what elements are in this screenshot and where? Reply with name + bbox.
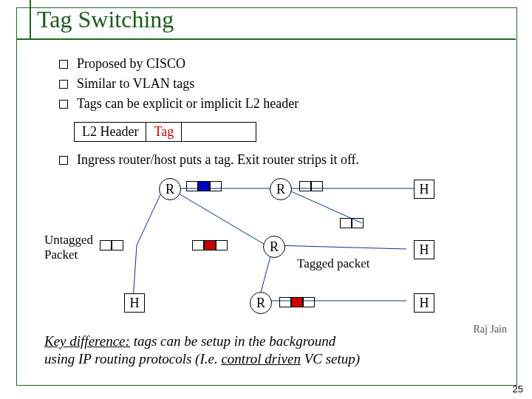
host-node: H: [414, 293, 434, 313]
l2-tag-cell: Tag: [146, 122, 182, 142]
network-diagram: Untagged Packet R R H R H Tagged packet …: [44, 175, 488, 323]
tagged-packet-icon: [192, 240, 228, 250]
bullet-item: Ingress router/host puts a tag. Exit rou…: [59, 152, 488, 168]
page-number: 25: [513, 383, 523, 395]
key-difference-text: Key difference: tags can be setup in the…: [44, 332, 488, 368]
bullet-icon: [59, 156, 68, 165]
untagged-packet-icon: [299, 181, 323, 191]
slide-content: Proposed by CISCO Similar to VLAN tags T…: [44, 52, 488, 323]
key-difference-part2a: using IP routing protocols (I.e.: [44, 351, 221, 366]
bullet-text: Ingress router/host puts a tag. Exit rou…: [77, 152, 359, 168]
svg-line-3: [170, 188, 266, 245]
untagged-label-2: Packet: [44, 248, 78, 262]
tagged-packet-icon: [186, 181, 222, 191]
svg-line-1: [133, 245, 137, 301]
bullet-icon: [59, 80, 68, 89]
host-node: H: [124, 293, 145, 313]
untagged-packet-icon: [340, 218, 364, 228]
bullet-item: Similar to VLAN tags: [59, 76, 488, 92]
router-node: R: [270, 178, 292, 200]
title-rule-horizontal: [16, 38, 516, 40]
router-node: R: [250, 292, 272, 314]
svg-line-7: [273, 245, 406, 249]
key-difference-part2b: VC setup): [301, 351, 360, 366]
bullet-item: Proposed by CISCO: [59, 56, 488, 72]
l2-header-cell: L2 Header: [74, 122, 146, 142]
key-difference-label: Key difference:: [44, 333, 130, 349]
router-node: R: [263, 236, 285, 258]
untagged-label-1: Untagged: [44, 233, 93, 248]
untagged-packet-icon: [100, 240, 123, 250]
bullet-icon: [59, 60, 68, 69]
bullet-text: Similar to VLAN tags: [77, 76, 194, 92]
tagged-packet-icon: [279, 297, 315, 307]
l2-header-diagram: L2 Header Tag: [74, 122, 488, 142]
l2-payload-cell: [182, 122, 256, 142]
bullet-text: Tags can be explicit or implicit L2 head…: [77, 96, 299, 112]
bullet-icon: [59, 100, 68, 109]
router-node: R: [159, 178, 181, 200]
key-difference-part1: tags can be setup in the background: [130, 333, 335, 349]
attribution-text: Raj Jain: [474, 324, 508, 335]
host-node: H: [414, 180, 434, 199]
tagged-label: Tagged packet: [297, 256, 369, 271]
host-node: H: [414, 240, 434, 259]
slide-title: Tag Switching: [37, 6, 174, 33]
key-difference-control: control driven: [221, 351, 300, 366]
title-rule-vertical: [30, 0, 31, 38]
bullet-item: Tags can be explicit or implicit L2 head…: [59, 96, 488, 112]
bullet-text: Proposed by CISCO: [77, 56, 185, 72]
svg-line-0: [137, 190, 163, 245]
